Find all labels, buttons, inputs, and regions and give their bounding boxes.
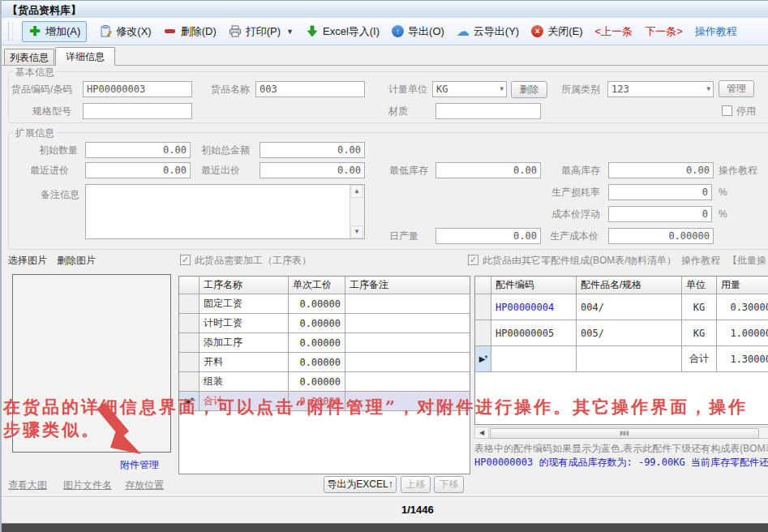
tab-list-info[interactable]: 列表信息 [4,49,54,65]
disabled-checkbox[interactable] [722,105,732,116]
goods-name-field[interactable]: 003 [255,81,365,97]
material-field[interactable] [435,103,541,119]
process-name-cell[interactable]: 组装 [200,372,289,392]
print-dropdown-caret-icon[interactable]: ▼ [286,28,294,36]
process-price-cell[interactable]: 0.00000 [289,294,345,314]
category-combobox[interactable]: 123 ▼ [607,81,714,97]
process-note-cell[interactable] [345,353,470,372]
bom-header-qty[interactable]: 用量 [717,277,768,294]
process-header-note[interactable]: 工序备注 [345,277,470,294]
recent-in-field[interactable]: 0.00 [85,162,191,178]
process-row[interactable]: 计时工资 0.00000 [179,314,470,333]
scroll-up-icon[interactable]: ▲ [350,185,363,198]
bom-row[interactable]: HP00000005 005/ KG 1.00000 [475,320,768,346]
chevron-down-icon[interactable]: ▼ [706,85,710,92]
bom-empty-cell[interactable] [491,346,577,372]
row-selector-cell [179,294,200,314]
init-amount-field[interactable]: 0.00 [260,142,365,158]
process-name-cell[interactable]: 计时工资 [200,314,289,333]
bom-total-label-cell[interactable]: 合计 [682,346,717,372]
delete-image-link[interactable]: 删除图片 [57,254,96,268]
process-row[interactable]: 开料 0.00000 [179,353,470,372]
move-down-button[interactable]: 下移 [434,476,464,493]
bom-qty-cell[interactable]: 1.00000 [717,320,768,346]
recent-out-field[interactable]: 0.00 [260,162,365,178]
bom-qty-cell[interactable]: 0.30000 [717,294,768,320]
bom-note-gray: 表格中的配件编码如果显示为蓝色,表示此配件下级还有构成表(BOM表 [474,442,768,456]
process-note-cell[interactable] [345,333,470,353]
excel-import-button[interactable]: Excel导入(I) [306,24,380,39]
next-record-link[interactable]: 下一条> [645,24,683,39]
toolbar-tutorial-link[interactable]: 操作教程 [695,24,737,39]
bom-name-cell[interactable]: 004/ [577,294,682,320]
export-button[interactable]: ↑ 导出(O) [392,24,444,39]
process-row[interactable]: 固定工资 0.00000 [179,294,470,314]
bom-total-qty-cell[interactable]: 1.30000 [717,346,768,372]
bom-code-cell[interactable]: HP00000004 [491,294,577,320]
chevron-down-icon[interactable]: ▼ [500,85,504,92]
batch-operation-label[interactable]: 【批量操 [727,252,766,268]
cloud-export-button[interactable]: ☁ 云导出(Y) [457,24,519,39]
bom-tutorial-label[interactable]: 操作教程 [681,252,720,268]
bom-empty-cell[interactable] [577,346,682,372]
extended-info-legend: 扩展信息 [13,127,57,140]
bom-code-cell[interactable]: HP00000005 [491,320,577,346]
daily-output-field[interactable]: 0.00 [435,228,541,244]
process-header-name[interactable]: 工序名称 [200,277,289,294]
bom-compose-checkbox[interactable]: ✓ [468,255,478,265]
remark-textarea[interactable]: ▲ ▼ [85,184,365,239]
bom-header-name[interactable]: 配件品名/规格 [577,277,682,294]
spec-field[interactable] [83,103,192,119]
storage-location-link[interactable]: 存放位置 [125,478,164,492]
cost-float-field[interactable]: 0 [608,206,712,222]
print-button[interactable]: 打印(P) ▼ [229,24,294,39]
toolbar-grip-handle[interactable] [8,23,13,41]
process-header-price[interactable]: 单次工价 [289,277,345,294]
bom-header-code[interactable]: 配件编码 [491,277,577,294]
process-price-cell[interactable]: 0.00000 [289,314,345,333]
init-qty-field[interactable]: 0.00 [85,142,191,158]
process-name-cell[interactable]: 添加工序 [200,333,289,353]
move-up-button[interactable]: 上移 [401,476,431,493]
tab-detail-info[interactable]: 详细信息 [55,47,115,66]
scroll-down-icon[interactable]: ▼ [350,225,363,238]
process-note-cell[interactable] [345,314,470,333]
bom-unit-cell[interactable]: KG [682,294,717,320]
bom-unit-cell[interactable]: KG [682,320,717,346]
max-stock-field[interactable]: 0.00 [608,162,714,178]
category-manage-button[interactable]: 管理 [719,80,754,97]
close-button[interactable]: × 关闭(E) [531,24,582,39]
category-label: 所属类别 [561,81,600,97]
process-price-cell[interactable]: 0.00000 [289,333,345,353]
process-row[interactable]: 组装 0.00000 [179,372,470,392]
select-image-link[interactable]: 选择图片 [8,254,47,268]
process-row[interactable]: 添加工序 0.00000 [179,333,470,353]
process-note-cell[interactable] [345,294,470,314]
process-price-cell[interactable]: 0.00000 [289,372,345,392]
process-name-cell[interactable]: 开料 [200,353,289,372]
loss-rate-field[interactable]: 0 [608,184,712,200]
remark-scrollbar[interactable]: ▲ ▼ [350,185,364,238]
process-note-cell[interactable] [345,372,470,392]
process-price-cell[interactable]: 0.00000 [289,353,345,372]
delete-button[interactable]: 删除(D) [164,24,217,39]
need-process-checkbox[interactable]: ✓ [180,255,191,265]
goods-code-field[interactable]: HP00000003 [83,81,192,97]
prod-cost-field[interactable]: 0.00000 [608,228,714,244]
bom-total-row[interactable]: ▶* 合计 1.30000 [475,346,768,372]
export-button-label: 导出(O) [408,24,444,39]
min-stock-field[interactable]: 0.00 [435,162,541,178]
view-large-image-link[interactable]: 查看大图 [8,478,47,492]
extended-tutorial-label[interactable]: 操作教程 [719,162,757,178]
modify-button[interactable]: 修改(X) [99,24,151,39]
unit-delete-button[interactable]: 删除 [511,81,547,98]
unit-combobox[interactable]: KG ▼ [432,81,507,97]
image-filename-link[interactable]: 图片文件名 [63,478,112,492]
bom-name-cell[interactable]: 005/ [577,320,682,346]
process-name-cell[interactable]: 固定工资 [200,294,289,314]
export-excel-button[interactable]: 导出为EXCEL↑ [324,476,397,493]
bom-header-unit[interactable]: 单位 [682,277,717,294]
bom-row[interactable]: HP00000004 004/ KG 0.30000 [475,294,768,320]
prev-record-link[interactable]: <上一条 [595,24,633,39]
add-button[interactable]: ✚ 增加(A) [22,21,87,42]
